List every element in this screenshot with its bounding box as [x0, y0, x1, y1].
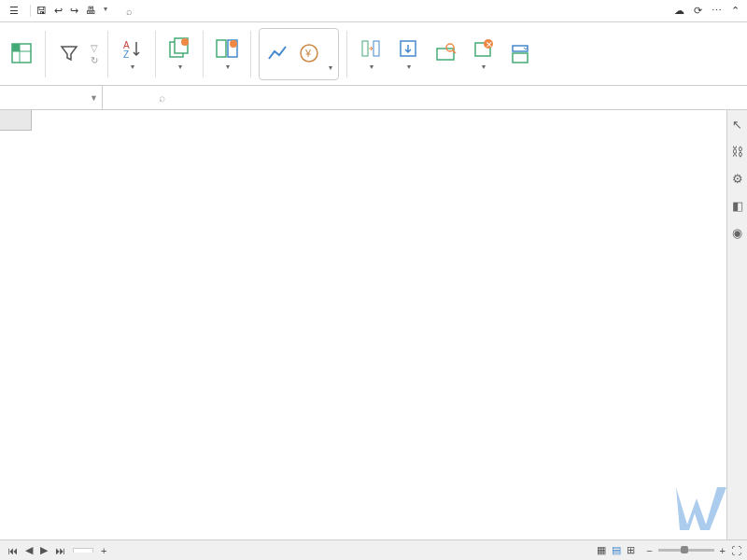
first-sheet-icon[interactable]: ⏮ [7, 545, 18, 556]
zoom-slider[interactable] [658, 549, 714, 552]
reapply-icon: ↻ [91, 55, 98, 65]
add-sheet-icon[interactable]: + [101, 545, 106, 556]
svg-rect-24 [513, 53, 528, 63]
find-entry-button[interactable] [430, 26, 461, 82]
svg-rect-14 [362, 41, 368, 56]
settings-icon[interactable]: ⚙ [732, 172, 743, 186]
fullscreen-icon[interactable]: ⛶ [731, 545, 741, 556]
prev-sheet-icon[interactable]: ◀ [25, 544, 33, 556]
search-box[interactable]: ⌕ [126, 6, 134, 17]
pivot-table-button[interactable] [6, 26, 37, 82]
dedup-button[interactable]: ▾ [163, 26, 195, 82]
filter-icon [57, 41, 81, 65]
right-sidebar: ↖ ⛓ ⚙ ◧ ◉ [726, 110, 747, 539]
svg-rect-1 [12, 44, 20, 51]
dropdown-list-button[interactable] [504, 26, 536, 82]
compare-button[interactable]: ▾ [211, 26, 243, 82]
chain-icon[interactable]: ⛓ [731, 145, 743, 159]
validity-button[interactable]: ✕ ▾ [467, 26, 499, 82]
save-icon[interactable]: 🖫 [36, 5, 47, 17]
last-sheet-icon[interactable]: ⏭ [55, 545, 65, 556]
robot-icon[interactable]: ◉ [732, 226, 742, 240]
select-all-corner[interactable] [0, 110, 32, 131]
menu-bar: ☰ 🖫 ↩ ↪ 🖶 ▾ ⌕ ☁ ⟳ ⋯ ⌃ [0, 0, 747, 22]
svg-point-8 [181, 38, 189, 46]
cancel-icon[interactable]: ⌕ [159, 91, 165, 105]
view-layout-icon[interactable]: ⊞ [627, 544, 635, 556]
svg-point-11 [230, 40, 237, 48]
compare-icon [215, 36, 239, 61]
stock-button[interactable] [261, 26, 293, 82]
reapply-button[interactable]: ↻ [91, 55, 100, 65]
more-icon[interactable]: ⋯ [712, 5, 722, 17]
minimize-ribbon-icon[interactable]: ⌃ [731, 5, 740, 17]
print-icon[interactable]: 🖶 [86, 5, 96, 17]
pivot-icon [9, 41, 34, 65]
svg-rect-15 [374, 41, 379, 56]
layers-icon[interactable]: ◧ [732, 199, 743, 213]
stock-icon [265, 41, 289, 65]
sheet-tab[interactable] [73, 548, 93, 553]
qat-more-icon[interactable]: ▾ [104, 5, 107, 17]
zoom-in-icon[interactable]: + [720, 545, 726, 556]
status-bar: ⏮ ◀ ▶ ⏭ + ▦ ▤ ⊞ − + ⛶ [0, 539, 747, 560]
hamburger-icon: ☰ [9, 5, 19, 17]
svg-point-18 [446, 44, 454, 51]
formula-bar: ▼ ⌕ [0, 86, 747, 110]
expand-icon[interactable]: ▾ [325, 60, 336, 76]
redo-icon[interactable]: ↪ [70, 5, 78, 17]
filter-button[interactable] [53, 26, 85, 82]
fund-icon: ¥ [297, 41, 321, 65]
sort-icon: AZ [120, 36, 144, 61]
cells-area[interactable] [32, 131, 726, 539]
split-icon [359, 36, 383, 61]
svg-text:✕: ✕ [486, 40, 493, 49]
spreadsheet[interactable] [0, 110, 726, 539]
column-headers [32, 110, 726, 131]
show-all-icon: ▽ [91, 43, 98, 53]
dedup-icon [167, 36, 191, 61]
view-page-icon[interactable]: ▤ [612, 544, 621, 556]
zoom-out-icon[interactable]: − [646, 545, 652, 556]
ribbon: ▽ ↻ AZ ▾ ▾ ▾ ¥ ▾ ▾ ▾ ✕ [0, 22, 747, 86]
svg-rect-9 [217, 40, 226, 57]
validity-icon: ✕ [471, 36, 495, 61]
cursor-icon[interactable]: ↖ [732, 118, 742, 132]
file-menu[interactable]: ☰ [4, 5, 28, 17]
fill-button[interactable]: ▾ [392, 26, 424, 82]
fill-icon [396, 36, 420, 61]
fund-button[interactable]: ¥ [293, 26, 325, 82]
quick-access-toolbar: 🖫 ↩ ↪ 🖶 ▾ [30, 5, 113, 17]
sort-button[interactable]: AZ ▾ [116, 26, 148, 82]
chevron-down-icon: ▼ [90, 93, 98, 103]
name-box[interactable]: ▼ [0, 86, 103, 109]
cloud-icon[interactable]: ☁ [674, 5, 684, 17]
sync-icon[interactable]: ⟳ [694, 5, 702, 17]
undo-icon[interactable]: ↩ [54, 5, 63, 17]
svg-text:¥: ¥ [304, 48, 312, 59]
show-all-button[interactable]: ▽ [91, 43, 100, 53]
next-sheet-icon[interactable]: ▶ [40, 544, 48, 556]
view-normal-icon[interactable]: ▦ [597, 544, 606, 556]
svg-rect-17 [437, 49, 454, 60]
find-entry-icon [433, 41, 458, 65]
search-icon: ⌕ [126, 6, 133, 17]
svg-text:Z: Z [123, 49, 129, 60]
split-button[interactable]: ▾ [355, 26, 387, 82]
dropdown-icon [508, 41, 532, 65]
